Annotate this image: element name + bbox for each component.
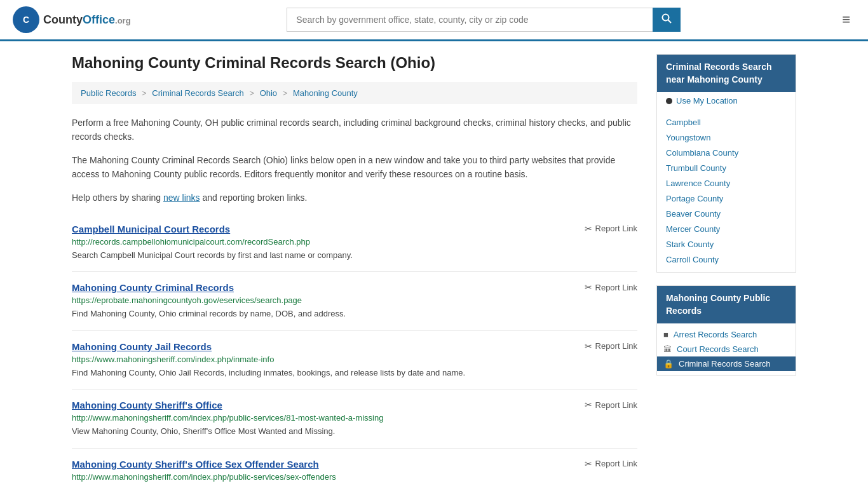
record-item: Mahoning County Sheriff's Office ✂ Repor… xyxy=(72,390,637,449)
use-my-location-link[interactable]: Use My Location xyxy=(676,96,738,105)
list-item: Trumbull County xyxy=(657,160,796,175)
court-records-link[interactable]: Court Records Search xyxy=(677,344,759,354)
report-link-2[interactable]: ✂ Report Link xyxy=(585,341,637,351)
location-dot-icon xyxy=(666,98,672,104)
nearby-beaver-county[interactable]: Beaver County xyxy=(666,209,721,219)
record-title[interactable]: Mahoning County Sheriff's Office Sex Off… xyxy=(72,459,319,470)
list-item: Youngstown xyxy=(657,130,796,145)
search-area xyxy=(287,8,681,32)
intro-paragraph1: Perform a free Mahoning County, OH publi… xyxy=(72,116,637,144)
record-desc: View Mahoning County, Ohio, Sheriff's Of… xyxy=(72,425,637,438)
sidebar-criminal-header: Criminal Records Search near Mahoning Co… xyxy=(657,55,796,92)
nearby-stark-county[interactable]: Stark County xyxy=(666,240,714,249)
menu-button[interactable]: ≡ xyxy=(837,9,855,30)
page-title: Mahoning County Criminal Records Search … xyxy=(72,54,637,72)
record-url[interactable]: http://www.mahoningsheriff.com/index.php… xyxy=(72,472,637,482)
nearby-mercer-county[interactable]: Mercer County xyxy=(666,224,720,234)
nearby-youngstown[interactable]: Youngstown xyxy=(666,133,710,142)
breadcrumb: Public Records > Criminal Records Search… xyxy=(72,82,637,104)
report-link-1[interactable]: ✂ Report Link xyxy=(585,282,637,292)
intro-paragraph2: The Mahoning County Criminal Records Sea… xyxy=(72,153,637,182)
right-panel: Criminal Records Search near Mahoning Co… xyxy=(656,54,796,488)
record-desc: Find Mahoning County, Ohio criminal reco… xyxy=(72,308,637,320)
nearby-lawrence-county[interactable]: Lawrence County xyxy=(666,179,730,188)
svg-point-2 xyxy=(663,15,669,21)
record-url[interactable]: http://records.campbellohiomunicipalcour… xyxy=(72,237,637,247)
record-title[interactable]: Mahoning County Criminal Records xyxy=(72,282,234,293)
list-item: Portage County xyxy=(657,191,796,206)
report-icon: ✂ xyxy=(585,341,592,351)
report-icon: ✂ xyxy=(585,224,592,234)
use-my-location-item[interactable]: Use My Location xyxy=(657,92,796,109)
svg-text:C: C xyxy=(23,15,29,25)
record-item: Mahoning County Sheriff's Office Sex Off… xyxy=(72,449,637,488)
logo-icon: C xyxy=(13,6,39,33)
site-header: C CountyOffice.org ≡ xyxy=(0,0,868,41)
intro-paragraph3: Help others by sharing new links and rep… xyxy=(72,191,637,205)
breadcrumb-ohio[interactable]: Ohio xyxy=(260,88,277,98)
list-item: Mercer County xyxy=(657,221,796,236)
logo-area: C CountyOffice.org xyxy=(13,6,131,33)
court-icon: 🏛 xyxy=(663,344,672,354)
record-item: Mahoning County Criminal Records ✂ Repor… xyxy=(72,272,637,331)
record-item: Mahoning County Jail Records ✂ Report Li… xyxy=(72,331,637,390)
report-link-3[interactable]: ✂ Report Link xyxy=(585,400,637,410)
breadcrumb-sep1: > xyxy=(142,88,149,98)
report-icon: ✂ xyxy=(585,282,592,292)
record-url[interactable]: https://eprobate.mahoningcountyoh.gov/es… xyxy=(72,295,637,305)
breadcrumb-mahoning-county[interactable]: Mahoning County xyxy=(293,88,358,98)
logo-text: CountyOffice.org xyxy=(43,13,131,27)
record-desc: Search Campbell Municipal Court records … xyxy=(72,249,637,262)
nearby-portage-county[interactable]: Portage County xyxy=(666,194,723,203)
list-item: Carroll County xyxy=(657,252,796,267)
record-url[interactable]: http://www.mahoningsheriff.com/index.php… xyxy=(72,413,637,423)
report-icon: ✂ xyxy=(585,400,592,410)
criminal-records-link[interactable]: Criminal Records Search xyxy=(679,359,771,369)
report-link-4[interactable]: ✂ Report Link xyxy=(585,459,637,469)
record-title[interactable]: Mahoning County Sheriff's Office xyxy=(72,400,222,410)
list-item-criminal: 🔒 Criminal Records Search xyxy=(657,356,796,371)
record-item: Campbell Municipal Court Records ✂ Repor… xyxy=(72,214,637,273)
left-panel: Mahoning County Criminal Records Search … xyxy=(72,54,637,488)
list-item-court: 🏛 Court Records Search xyxy=(657,342,796,356)
svg-line-3 xyxy=(668,20,672,24)
record-title[interactable]: Campbell Municipal Court Records xyxy=(72,224,230,234)
sidebar-criminal-search: Criminal Records Search near Mahoning Co… xyxy=(656,54,796,273)
sidebar-public-records: Mahoning County Public Records ■ Arrest … xyxy=(656,285,796,376)
record-title[interactable]: Mahoning County Jail Records xyxy=(72,341,212,352)
record-url[interactable]: https://www.mahoningsheriff.com/index.ph… xyxy=(72,355,637,364)
new-links-link[interactable]: new links xyxy=(163,193,200,203)
search-button[interactable] xyxy=(653,8,681,32)
breadcrumb-public-records[interactable]: Public Records xyxy=(81,88,136,98)
list-item-arrest: ■ Arrest Records Search xyxy=(657,327,796,342)
list-item: Beaver County xyxy=(657,206,796,221)
record-desc: Find Mahoning County, Ohio Jail Records,… xyxy=(72,367,637,379)
nearby-trumbull-county[interactable]: Trumbull County xyxy=(666,163,726,173)
nearby-list: Campbell Youngstown Columbiana County Tr… xyxy=(657,109,796,272)
search-input[interactable] xyxy=(287,8,653,32)
list-item: Lawrence County xyxy=(657,175,796,191)
breadcrumb-criminal-records-search[interactable]: Criminal Records Search xyxy=(152,88,244,98)
nearby-columbiana-county[interactable]: Columbiana County xyxy=(666,148,738,158)
main-content: Mahoning County Criminal Records Search … xyxy=(59,41,809,488)
arrest-records-link[interactable]: Arrest Records Search xyxy=(674,330,757,339)
list-item: Campbell xyxy=(657,114,796,130)
list-item: Columbiana County xyxy=(657,145,796,160)
arrest-icon: ■ xyxy=(663,330,668,339)
nearby-carroll-county[interactable]: Carroll County xyxy=(666,255,719,264)
records-list: Campbell Municipal Court Records ✂ Repor… xyxy=(72,214,637,488)
nearby-campbell[interactable]: Campbell xyxy=(666,118,701,127)
breadcrumb-sep2: > xyxy=(249,88,256,98)
list-item: Stark County xyxy=(657,236,796,252)
report-icon: ✂ xyxy=(585,459,592,469)
sidebar-public-records-header: Mahoning County Public Records xyxy=(657,286,796,323)
report-link-0[interactable]: ✂ Report Link xyxy=(585,224,637,234)
breadcrumb-sep3: > xyxy=(283,88,290,98)
criminal-icon: 🔒 xyxy=(663,359,674,369)
public-records-list: ■ Arrest Records Search 🏛 Court Records … xyxy=(657,323,796,375)
